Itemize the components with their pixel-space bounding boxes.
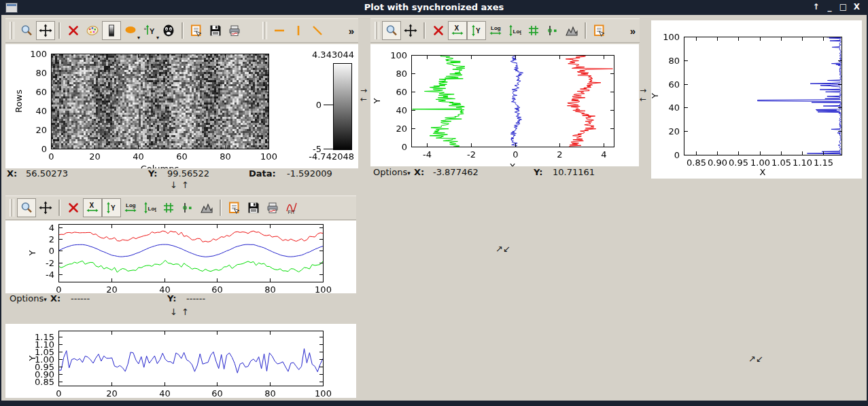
x-autoscale-button[interactable]: X xyxy=(448,21,467,40)
xy-sync-arrows: ↗↙ xyxy=(748,354,763,364)
toolbar-grip[interactable] xyxy=(10,22,14,39)
colorbar-toggle-button[interactable] xyxy=(102,21,121,40)
log-y-button[interactable]: Log xyxy=(505,21,524,40)
curve-style-button[interactable] xyxy=(543,21,562,40)
zoom-button[interactable] xyxy=(17,21,36,40)
oblique-icon xyxy=(311,24,324,37)
x-sync-arrows: ↓ ↑ xyxy=(170,180,190,190)
histogram-button[interactable] xyxy=(197,198,216,217)
toolbar-separator xyxy=(220,200,222,216)
y-range-icon: Y xyxy=(105,201,118,215)
y-autoscale-button[interactable]: Y xyxy=(467,21,486,40)
pan-button[interactable] xyxy=(36,21,55,40)
vline-icon xyxy=(292,24,305,37)
pan-icon xyxy=(39,201,52,215)
magnifier-icon xyxy=(20,201,33,215)
clipboard-icon xyxy=(228,201,241,215)
hline-tool-button[interactable] xyxy=(270,21,289,40)
x-coordinate-value: 56.50273 xyxy=(26,168,68,179)
x-range-icon: X xyxy=(86,201,99,215)
options-dropdown[interactable]: Options▾ xyxy=(373,167,411,177)
curve-style-icon xyxy=(181,201,194,215)
image-plot-canvas[interactable] xyxy=(5,44,358,168)
toolbar-grip[interactable] xyxy=(375,22,379,39)
profiles-plot-canvas[interactable] xyxy=(370,44,639,166)
y-coordinate-label: Y: xyxy=(148,168,157,179)
oblique-line-button[interactable] xyxy=(308,21,327,40)
fit-button[interactable]: FIT xyxy=(282,198,301,217)
toolbar-grip[interactable] xyxy=(262,22,267,39)
copy-clipboard-button[interactable] xyxy=(187,21,206,40)
clipboard-icon xyxy=(593,24,606,37)
log-y-button[interactable]: Log xyxy=(140,198,159,217)
histogram-icon xyxy=(565,24,578,37)
curves-toolbar: XYLogLogFIT xyxy=(5,196,356,220)
print-button[interactable] xyxy=(263,198,282,217)
curves-plot-canvas[interactable] xyxy=(5,221,356,293)
data-value: -1.592009 xyxy=(287,168,332,179)
svg-text:Log: Log xyxy=(148,206,157,212)
curve-style-button[interactable] xyxy=(178,198,197,217)
save-button[interactable] xyxy=(206,21,225,40)
mask-tool-button[interactable] xyxy=(159,21,178,40)
printer-icon xyxy=(228,24,241,37)
x-range-icon: X xyxy=(451,24,464,37)
zoom-plot-canvas[interactable] xyxy=(651,20,862,179)
toolbar-separator xyxy=(181,22,184,39)
zoom-button[interactable] xyxy=(382,21,401,40)
y-coordinate-value: 99.56522 xyxy=(167,168,209,179)
toolbar-overflow-button[interactable]: » xyxy=(346,25,357,37)
x-autoscale-button[interactable]: X xyxy=(83,198,102,217)
svg-text:Y: Y xyxy=(476,27,481,35)
log-y-icon: Log xyxy=(508,24,521,37)
toolbar-separator xyxy=(58,22,60,39)
fit-icon: FIT xyxy=(285,201,298,215)
curves-status-bar: Options▾ X: ------ Y: ------ xyxy=(5,293,356,305)
shade-button[interactable]: ↑ xyxy=(812,2,820,12)
profiles-status-bar: Options▾ X: -3.877462 Y: 10.71161 xyxy=(370,167,642,179)
delete-items-button[interactable] xyxy=(64,21,83,40)
window-border-left xyxy=(0,0,1,406)
image-toolbar: ▾oY▾» xyxy=(5,18,358,43)
zoom-button[interactable] xyxy=(17,198,36,217)
data-value-label: Data: xyxy=(249,168,276,179)
close-button[interactable]: X xyxy=(852,2,861,12)
clipboard-icon xyxy=(190,24,203,37)
profiles-toolbar: XYLogLog» xyxy=(370,18,640,43)
ellipse-icon xyxy=(124,24,137,37)
log-x-button[interactable]: Log xyxy=(121,198,140,217)
toolbar-overflow-button[interactable]: » xyxy=(627,25,638,37)
maximize-button[interactable]: □ xyxy=(839,2,848,12)
colormap-button[interactable] xyxy=(83,21,102,40)
y-axis-menu-button[interactable]: oY▾ xyxy=(140,21,159,40)
toolbar-separator xyxy=(585,22,587,39)
copy-clipboard-button[interactable] xyxy=(590,21,609,40)
histogram-button[interactable] xyxy=(562,21,581,40)
delete-items-button[interactable] xyxy=(64,198,83,217)
y-coordinate-value: ------ xyxy=(186,293,205,303)
delete-items-button[interactable] xyxy=(429,21,448,40)
svg-text:X: X xyxy=(455,24,459,32)
pan-button[interactable] xyxy=(36,198,55,217)
grid-button[interactable] xyxy=(159,198,178,217)
print-button[interactable] xyxy=(225,21,244,40)
ellipse-tool-button[interactable]: ▾ xyxy=(121,21,140,40)
pan-button[interactable] xyxy=(401,21,420,40)
save-button[interactable] xyxy=(244,198,263,217)
options-dropdown[interactable]: Options▾ xyxy=(10,293,47,303)
copy-clipboard-button[interactable] xyxy=(225,198,244,217)
window-border-bottom xyxy=(0,401,868,406)
vline-tool-button[interactable] xyxy=(289,21,308,40)
y-autoscale-button[interactable]: Y xyxy=(102,198,121,217)
app-window: Plot with synchronized axes ↑ _ □ X ▾oY▾… xyxy=(0,0,868,406)
profiles-plot-panel xyxy=(370,44,639,166)
ratio-plot-canvas[interactable] xyxy=(5,324,356,398)
minimize-button[interactable]: _ xyxy=(825,2,834,12)
grid-button[interactable] xyxy=(524,21,543,40)
red-x-icon xyxy=(67,201,80,215)
svg-text:o: o xyxy=(144,26,147,31)
toolbar-grip[interactable] xyxy=(10,199,14,217)
svg-text:Y: Y xyxy=(150,27,155,35)
y-range-icon: Y xyxy=(470,24,483,37)
log-x-button[interactable]: Log xyxy=(486,21,505,40)
